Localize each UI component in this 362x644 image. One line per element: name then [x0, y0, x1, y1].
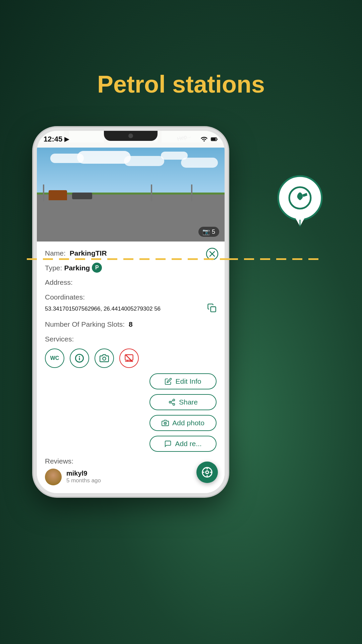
- fab-button[interactable]: [196, 462, 218, 483]
- add-review-label: Add re...: [175, 440, 201, 448]
- service-wc: WC: [45, 348, 64, 368]
- add-photo-button[interactable]: Add photo: [149, 415, 217, 431]
- svg-line-32: [171, 400, 173, 402]
- dashed-route-line: [0, 250, 362, 260]
- pole: [43, 184, 44, 201]
- phone-mockup: 12:45 ▶ Нер...: [34, 127, 228, 496]
- add-photo-label: Add photo: [172, 419, 204, 427]
- add-review-button[interactable]: Add re...: [149, 436, 217, 452]
- services-icons-row: WC: [45, 348, 217, 368]
- parking-slots-row: Number Of Parking Slots: 8: [45, 319, 217, 329]
- svg-point-29: [169, 401, 171, 403]
- share-icon: [168, 398, 176, 406]
- edit-icon: [165, 378, 172, 385]
- services-section: Services: WC: [45, 334, 217, 368]
- building-shape: [49, 190, 67, 200]
- review-username: mikyl9: [66, 470, 101, 477]
- photo-count-badge: 📷 5: [198, 227, 219, 237]
- services-label-row: Services:: [45, 334, 217, 344]
- type-row: Type: Parking P: [45, 263, 217, 273]
- service-info: [70, 348, 89, 368]
- status-icons: [200, 136, 218, 143]
- svg-point-22: [103, 357, 106, 360]
- svg-line-31: [171, 402, 173, 404]
- pole: [151, 184, 152, 201]
- services-label: Services:: [45, 335, 74, 343]
- svg-rect-7: [212, 138, 216, 140]
- phone-notch: [104, 131, 158, 141]
- volume-up-button: [34, 191, 37, 215]
- svg-point-30: [173, 404, 175, 406]
- parking-slots-value: 8: [129, 320, 133, 328]
- parking-slots-label: Number Of Parking Slots:: [45, 320, 125, 328]
- status-time: 12:45 ▶: [44, 135, 69, 144]
- navigation-icon: [201, 467, 213, 478]
- reviews-label: Reviews:: [45, 457, 217, 465]
- add-photo-icon: [162, 419, 169, 427]
- svg-point-37: [206, 471, 209, 474]
- coordinates-label-row: Coordinates:: [45, 292, 217, 302]
- address-label: Address:: [45, 278, 73, 286]
- battery-icon: [210, 136, 218, 143]
- photo-count-value: 5: [212, 228, 215, 235]
- type-badge-parking: P: [92, 263, 102, 273]
- edit-info-label: Edit Info: [175, 377, 201, 385]
- car-shape: [72, 193, 92, 199]
- page-title: Petrol stations: [0, 70, 362, 98]
- coordinates-label: Coordinates:: [45, 293, 85, 301]
- share-button[interactable]: Share: [149, 394, 217, 410]
- user-avatar: [45, 469, 62, 485]
- camera-dot: [128, 133, 133, 138]
- review-item: mikyl9 5 months ago: [45, 469, 217, 485]
- location-icon: ▶: [64, 136, 69, 143]
- coordinates-value: 53.341701507562966, 26.4414005279302 56: [45, 306, 204, 312]
- share-label: Share: [179, 398, 198, 406]
- info-panel: Name: ParkingTIR Type: Parking P Address…: [37, 241, 225, 493]
- coordinates-value-row: 53.341701507562966, 26.4414005279302 56: [45, 303, 217, 315]
- place-photo: 📷 5: [37, 148, 225, 241]
- address-row: Address:: [45, 277, 217, 287]
- type-label: Type:: [45, 263, 62, 273]
- wifi-icon: [200, 136, 208, 143]
- camera-icon: 📷: [202, 228, 210, 235]
- power-button: [225, 208, 228, 241]
- svg-line-27: [126, 355, 133, 362]
- pole: [191, 184, 192, 201]
- action-buttons: Edit Info Share Add p: [45, 373, 217, 452]
- time-label: 12:45: [44, 135, 62, 144]
- svg-point-28: [173, 399, 175, 401]
- map-pin-icon: [277, 174, 323, 229]
- type-value: Parking: [64, 263, 90, 273]
- service-camera: [95, 348, 114, 368]
- reviews-section: Reviews: mikyl9 5 months ago: [45, 457, 217, 485]
- copy-icon[interactable]: [207, 303, 217, 315]
- review-time: 5 months ago: [66, 477, 101, 484]
- volume-down-button: [34, 221, 37, 245]
- service-no-fire: [119, 348, 139, 368]
- add-review-icon: [164, 440, 172, 447]
- edit-info-button[interactable]: Edit Info: [149, 373, 217, 389]
- svg-rect-18: [211, 307, 216, 312]
